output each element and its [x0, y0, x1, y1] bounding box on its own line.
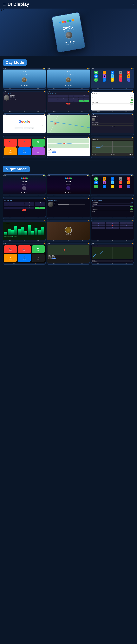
night-key-2[interactable]: 2 — [14, 202, 24, 204]
night-play1[interactable]: ⏸ — [24, 192, 25, 193]
carplay-more[interactable]: ▪️More — [32, 148, 45, 155]
app-icon-settings[interactable]: ⚙ — [127, 71, 130, 74]
prev-icon1[interactable]: ⏮ — [21, 85, 22, 86]
night-answer-toggle[interactable] — [130, 206, 133, 208]
next-btn[interactable]: ⏭ — [73, 40, 76, 43]
app-icon-app8[interactable]: 💗 — [119, 78, 122, 82]
night-nav-next[interactable]: ⏭ — [132, 260, 133, 262]
night-key-1[interactable]: 1 — [4, 202, 14, 204]
key-7[interactable]: 7 — [48, 100, 58, 102]
auto-connect-toggle[interactable] — [130, 102, 133, 103]
nav-arrow-left[interactable]: ← — [92, 224, 106, 226]
next-icon1[interactable]: ⏭ — [26, 85, 28, 86]
night-carplay-podcast[interactable]: 🎙Podcast — [4, 254, 17, 262]
night-bt-play[interactable]: ⏸ — [56, 205, 58, 206]
prev-icon2[interactable]: ⏮ — [65, 85, 66, 86]
night-prev2[interactable]: ⏮ — [66, 192, 66, 193]
app-icon-bt[interactable]: BT — [94, 74, 98, 78]
app-icon-app7[interactable]: ⭐ — [111, 78, 114, 82]
night-next1[interactable]: ⏭ — [26, 192, 27, 193]
night-nav-play[interactable]: ▶ — [130, 260, 131, 262]
power-toggle[interactable] — [130, 104, 133, 106]
night-key-5[interactable]: 5 — [14, 204, 24, 206]
key-1[interactable]: 1 — [48, 95, 58, 97]
nav-arrow-up-left[interactable]: ↖ — [92, 222, 106, 224]
end-call-btn[interactable]: 📵 — [66, 103, 70, 104]
social-prev[interactable]: ⏮ — [110, 126, 111, 128]
carplay-music[interactable]: 🎵Music — [18, 139, 31, 146]
eq-preset-pop[interactable]: POP — [7, 236, 10, 237]
eq-preset-rock[interactable]: ROCK — [10, 236, 13, 237]
night-app-7[interactable]: 📱 — [102, 181, 106, 184]
carplay-podcast[interactable]: 🎙Podcast — [4, 148, 17, 155]
night-app-10[interactable]: 📞 — [127, 181, 130, 184]
nav-play[interactable]: ▶ — [130, 154, 131, 155]
night-app-11[interactable]: 💚 — [94, 185, 98, 188]
app-icon-app3[interactable]: 📻 — [119, 74, 122, 78]
app-icon-app9[interactable]: 🔵 — [127, 78, 130, 82]
night-key-9[interactable]: 9 — [24, 206, 34, 209]
carplay-phone[interactable]: 📞Phone — [4, 139, 17, 146]
night-go-button[interactable]: GO — [52, 258, 56, 259]
night-key-8[interactable]: 8 — [14, 206, 24, 209]
bt-prev-btn[interactable]: ⏮ — [10, 98, 11, 100]
night-key-4[interactable]: 4 — [4, 204, 14, 206]
eq-preset-flat[interactable]: FLAT — [4, 236, 6, 237]
night-bt-prev[interactable]: ⏮ — [54, 205, 55, 206]
night-app-13[interactable]: ⭐ — [111, 185, 114, 188]
next-icon2[interactable]: ⏭ — [70, 85, 72, 86]
app-icon-navi[interactable]: 🗺 — [111, 71, 114, 74]
app-icon-photo[interactable]: 📷 — [119, 71, 122, 74]
night-app-14[interactable]: 💗 — [119, 185, 122, 188]
night-app-15[interactable]: 🔵 — [127, 185, 130, 188]
nav-prev[interactable]: ⏮ — [129, 154, 130, 155]
prev-btn[interactable]: ⏮ — [65, 41, 68, 44]
night-nav-prev[interactable]: ⏮ — [129, 260, 130, 262]
night-app-12[interactable]: 🔷 — [102, 185, 106, 188]
social-item2[interactable]: 华东_519E_3.mp3 — [92, 124, 133, 126]
night-app-1[interactable]: 💬 — [94, 177, 98, 180]
google-search-btn[interactable]: Google Search — [14, 127, 23, 129]
call-btn[interactable]: 📞 — [79, 100, 89, 102]
app-icon-app5[interactable]: 💚 — [94, 78, 98, 82]
nav-next[interactable]: ⏭ — [132, 154, 133, 155]
night-app-8[interactable]: 🌐 — [111, 181, 114, 184]
google-feeling-btn[interactable]: I'm Feeling Lucky — [24, 127, 34, 129]
nav-arrow-center[interactable]: 🎯 — [106, 224, 119, 226]
key-9[interactable]: 9 — [68, 100, 78, 102]
nav-arrow-right[interactable]: → — [120, 224, 133, 226]
social-play[interactable]: ⏸ — [112, 126, 113, 128]
app-icon-app2[interactable]: 🌐 — [111, 74, 114, 78]
play-icon1[interactable]: ⏸ — [23, 84, 25, 86]
bt-next-btn[interactable]: ⏭ — [15, 98, 16, 100]
eq-preset-jazz[interactable]: JAZZ — [14, 236, 17, 237]
social-item1[interactable]: 陈奕迅 - 浮夸.mp3 — [92, 122, 133, 124]
nav-arrow-up[interactable]: ↑ — [106, 222, 119, 224]
app-icon-music[interactable]: 🎵 — [102, 71, 106, 74]
app-icon-app1[interactable]: 📱 — [102, 74, 106, 78]
app-icon-app4[interactable]: 📞 — [127, 74, 130, 78]
night-key-6[interactable]: 6 — [24, 204, 34, 206]
menu-icon[interactable]: ☰ — [3, 2, 6, 6]
key-0[interactable]: 0 — [79, 98, 89, 100]
night-key-del[interactable]: ⌫ — [35, 202, 45, 204]
night-app-3[interactable]: 🗺 — [111, 177, 114, 180]
go-button[interactable]: GO — [52, 152, 56, 153]
auto-answer-toggle[interactable] — [130, 99, 133, 101]
night-carplay-more[interactable]: ▪️More — [32, 254, 45, 262]
night-power-toggle[interactable] — [130, 211, 133, 212]
key-3[interactable]: 3 — [68, 95, 78, 97]
night-end-call-btn[interactable]: 📵 — [22, 209, 26, 211]
key-del[interactable]: ⌫ — [79, 95, 89, 97]
night-call-btn[interactable]: 📞 — [35, 206, 45, 209]
app-icon-app6[interactable]: 🔷 — [102, 78, 106, 82]
key-4[interactable]: 4 — [48, 98, 58, 100]
night-carplay-maps[interactable]: 🗺Maps — [32, 245, 45, 253]
key-6[interactable]: 6 — [68, 98, 78, 100]
night-prev1[interactable]: ⏮ — [22, 192, 22, 193]
night-key-0[interactable]: 0 — [35, 204, 45, 206]
night-app-4[interactable]: 📷 — [119, 177, 122, 180]
night-play2[interactable]: ⏸ — [68, 192, 69, 193]
social-next[interactable]: ⏭ — [114, 126, 115, 128]
night-key-7[interactable]: 7 — [4, 206, 14, 209]
